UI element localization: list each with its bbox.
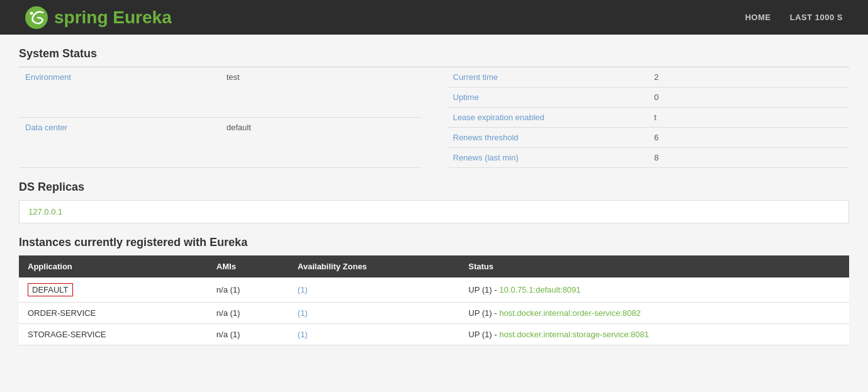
system-status-section: System Status Environment test Data cent… xyxy=(19,47,849,168)
spring-logo-icon xyxy=(25,6,48,29)
status-left: Environment test Data center default xyxy=(19,67,422,168)
status-right: Current time 2 Uptime 0 Lease expiration… xyxy=(447,67,850,168)
system-status-title: System Status xyxy=(19,47,849,60)
nav-home[interactable]: HOME xyxy=(745,13,771,22)
env-label: Environment xyxy=(19,67,220,118)
status-storage: UP (1) - host.docker.internal:storage-se… xyxy=(459,324,849,345)
status-up-order: UP (1) - xyxy=(468,308,499,318)
status-default: UP (1) - 10.0.75.1:default:8091 xyxy=(459,277,849,303)
logo: spring Eureka xyxy=(25,6,172,29)
dc-value: default xyxy=(220,118,422,168)
ds-ip: 127.0.0.1 xyxy=(28,207,62,216)
instances-table: Application AMIs Availability Zones Stat… xyxy=(19,255,849,345)
instance-link-default[interactable]: 10.0.75.1:default:8091 xyxy=(499,285,580,294)
table-row: ORDER-SERVICE n/a (1) (1) UP (1) - host.… xyxy=(19,303,849,324)
status-up-storage: UP (1) - xyxy=(468,330,499,339)
app-name-storage: STORAGE-SERVICE xyxy=(19,324,208,345)
logo-eureka: Eureka xyxy=(113,8,171,27)
amis-storage: n/a (1) xyxy=(208,324,289,345)
col-amis: AMIs xyxy=(208,255,289,277)
instances-tbody: DEFAULT n/a (1) (1) UP (1) - 10.0.75.1:d… xyxy=(19,277,849,345)
instances-header-row: Application AMIs Availability Zones Stat… xyxy=(19,255,849,277)
renews-threshold-value: 6 xyxy=(648,128,849,148)
ds-replicas-section: DS Replicas 127.0.0.1 xyxy=(19,181,849,223)
svg-point-0 xyxy=(25,6,48,29)
status-row-currenttime: Current time 2 xyxy=(447,67,850,87)
table-row: STORAGE-SERVICE n/a (1) (1) UP (1) - hos… xyxy=(19,324,849,345)
dc-label: Data center xyxy=(19,118,220,168)
instances-section: Instances currently registered with Eure… xyxy=(19,236,849,345)
status-row-renews-lastmin: Renews (last min) 8 xyxy=(447,148,850,168)
uptime-value: 0 xyxy=(648,87,849,108)
status-order: UP (1) - host.docker.internal:order-serv… xyxy=(459,303,849,324)
app-name-order: ORDER-SERVICE xyxy=(19,303,208,324)
col-zones: Availability Zones xyxy=(289,255,459,277)
currenttime-label: Current time xyxy=(447,67,648,87)
logo-text: spring Eureka xyxy=(54,8,172,28)
nav-last1000[interactable]: LAST 1000 S xyxy=(790,13,843,22)
app-name-default: DEFAULT xyxy=(19,277,208,303)
env-value: test xyxy=(220,67,422,118)
svg-point-1 xyxy=(30,11,33,14)
renews-lastmin-label: Renews (last min) xyxy=(447,148,648,168)
lease-label: Lease expiration enabled xyxy=(447,108,648,128)
zones-storage: (1) xyxy=(289,324,459,345)
table-row: DEFAULT n/a (1) (1) UP (1) - 10.0.75.1:d… xyxy=(19,277,849,303)
currenttime-value: 2 xyxy=(648,67,849,87)
main-content: System Status Environment test Data cent… xyxy=(0,35,868,358)
lease-value: t xyxy=(648,108,849,128)
zones-order: (1) xyxy=(289,303,459,324)
amis-default: n/a (1) xyxy=(208,277,289,303)
app-link-default[interactable]: DEFAULT xyxy=(28,283,73,296)
col-application: Application xyxy=(19,255,208,277)
logo-spring: spring xyxy=(54,8,113,27)
status-grid: Environment test Data center default Cur… xyxy=(19,67,849,168)
status-row-environment: Environment test xyxy=(19,67,422,118)
status-row-uptime: Uptime 0 xyxy=(447,87,850,108)
instance-link-order[interactable]: host.docker.internal:order-service:8082 xyxy=(499,308,641,318)
status-row-datacenter: Data center default xyxy=(19,118,422,168)
ds-replicas-box: 127.0.0.1 xyxy=(19,200,849,223)
col-status: Status xyxy=(459,255,849,277)
zone-link-storage[interactable]: (1) xyxy=(298,330,308,339)
ds-replicas-title: DS Replicas xyxy=(19,181,849,194)
zones-default: (1) xyxy=(289,277,459,303)
renews-threshold-label: Renews threshold xyxy=(447,128,648,148)
header: spring Eureka HOME LAST 1000 S xyxy=(0,0,868,35)
zone-link-default[interactable]: (1) xyxy=(298,285,308,294)
amis-order: n/a (1) xyxy=(208,303,289,324)
zone-link-order[interactable]: (1) xyxy=(298,308,308,318)
instance-link-storage[interactable]: host.docker.internal:storage-service:808… xyxy=(499,330,649,339)
instances-thead: Application AMIs Availability Zones Stat… xyxy=(19,255,849,277)
status-up-default: UP (1) - xyxy=(468,285,499,294)
status-row-lease: Lease expiration enabled t xyxy=(447,108,850,128)
status-row-renews-threshold: Renews threshold 6 xyxy=(447,128,850,148)
uptime-label: Uptime xyxy=(447,87,648,108)
instances-title: Instances currently registered with Eure… xyxy=(19,236,849,249)
nav: HOME LAST 1000 S xyxy=(745,13,843,22)
renews-lastmin-value: 8 xyxy=(648,148,849,168)
